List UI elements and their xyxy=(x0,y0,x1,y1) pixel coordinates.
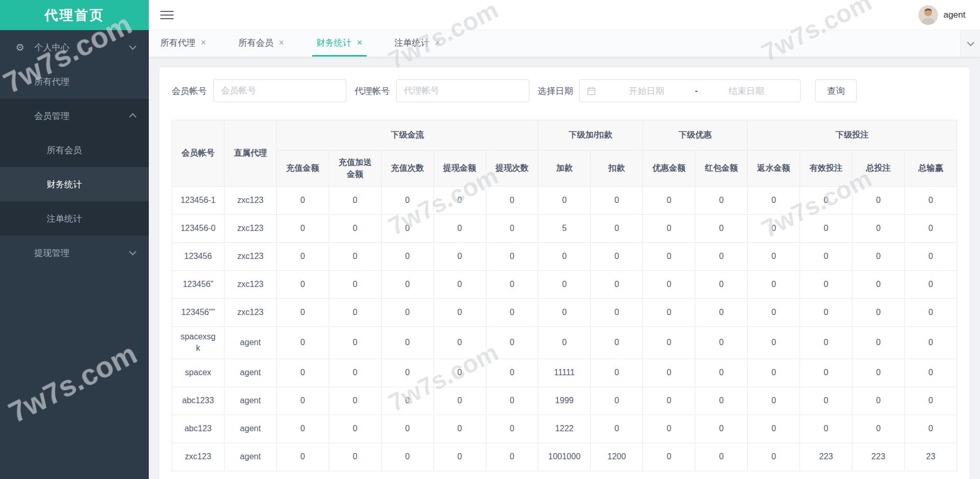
table-cell: 0 xyxy=(433,215,486,243)
table-cell: 0 xyxy=(486,243,538,271)
table-cell: 0 xyxy=(381,327,433,359)
app-root: 代理首页 ⚙ 个人中心 所有代理 会员管理 所有会员 财务统计 注单统计 xyxy=(0,0,980,479)
column-header: 直属代理 xyxy=(224,120,276,187)
tab-financial-stats[interactable]: 财务统计 × xyxy=(312,30,367,57)
table-cell: 0 xyxy=(643,299,695,327)
table-cell: 0 xyxy=(904,299,957,327)
table-cell: 0 xyxy=(852,387,904,415)
table-cell: 0 xyxy=(486,215,538,243)
calendar-icon xyxy=(587,87,596,95)
gear-icon: ⚙ xyxy=(16,42,24,53)
sidebar-item-label: 所有代理 xyxy=(34,76,69,88)
table-cell: 0 xyxy=(381,215,433,243)
sidebar-item-bet-stats[interactable]: 注单统计 xyxy=(0,201,149,236)
table-cell: 0 xyxy=(695,387,748,415)
table-cell: 0 xyxy=(695,215,748,243)
sidebar-item-all-agents[interactable]: 所有代理 xyxy=(0,64,149,99)
table-cell: zxc123 xyxy=(224,271,276,299)
table-cell: 0 xyxy=(329,359,381,387)
table-cell: 0 xyxy=(486,387,538,415)
table-cell: 0 xyxy=(591,243,643,271)
search-button[interactable]: 查询 xyxy=(815,79,857,102)
table-cell: 0 xyxy=(852,271,904,299)
column-header: 提现次数 xyxy=(486,150,538,187)
tab-all-members[interactable]: 所有会员 × xyxy=(234,30,289,57)
agent-account-input[interactable] xyxy=(396,79,529,102)
column-header: 有效投注 xyxy=(800,150,852,187)
table-cell: 0 xyxy=(643,387,695,415)
table-cell: 0 xyxy=(748,187,800,215)
column-group-header: 下级优惠 xyxy=(643,120,748,150)
table-cell: 0 xyxy=(748,443,800,471)
hamburger-menu-icon[interactable] xyxy=(160,8,174,22)
column-header: 红包金额 xyxy=(695,150,748,187)
table-cell: 0 xyxy=(433,359,486,387)
column-header: 加款 xyxy=(538,150,591,187)
tab-list-dropdown[interactable] xyxy=(960,30,980,57)
sidebar-item-label: 会员管理 xyxy=(34,110,69,122)
sidebar-item-label: 所有会员 xyxy=(47,144,82,156)
table-cell: 0 xyxy=(538,243,591,271)
close-icon[interactable]: × xyxy=(357,38,362,47)
close-icon[interactable]: × xyxy=(279,38,285,47)
table-cell: 0 xyxy=(381,187,433,215)
close-icon[interactable]: × xyxy=(435,38,441,47)
table-cell: 0 xyxy=(643,443,695,471)
table-cell: 0 xyxy=(329,443,381,471)
table-cell: 0 xyxy=(486,415,538,443)
top-header: agent xyxy=(149,0,980,30)
table-cell: 0 xyxy=(748,271,800,299)
avatar[interactable] xyxy=(918,5,938,25)
table-cell: 0 xyxy=(852,187,904,215)
sidebar-item-financial-stats[interactable]: 财务统计 xyxy=(0,167,149,201)
table-cell: 0 xyxy=(643,359,695,387)
member-account-input[interactable] xyxy=(213,79,346,102)
table-row: spacexsgkagent0000000000000 xyxy=(172,327,957,359)
username: agent xyxy=(943,10,965,20)
table-cell: 0 xyxy=(486,443,538,471)
table-cell: 0 xyxy=(329,299,381,327)
table-cell: 0 xyxy=(486,359,538,387)
table-cell: 0 xyxy=(800,187,852,215)
table-cell: zxc123 xyxy=(224,187,276,215)
column-header: 充值金额 xyxy=(276,150,329,187)
sidebar-item-member-management[interactable]: 会员管理 xyxy=(0,99,149,133)
table-cell: 0 xyxy=(643,271,695,299)
sidebar-item-label: 个人中心 xyxy=(34,42,69,53)
table-cell: 0 xyxy=(800,215,852,243)
table-cell: 0 xyxy=(643,243,695,271)
table-cell: zxc123 xyxy=(224,215,276,243)
app-title: 代理首页 xyxy=(0,0,149,30)
filter-bar: 会员帐号 代理帐号 选择日期 xyxy=(172,79,957,102)
tab-all-agents[interactable]: 所有代理 × xyxy=(156,30,211,57)
sidebar-item-withdrawal-management[interactable]: 提现管理 xyxy=(0,236,149,270)
column-header: 扣款 xyxy=(591,150,643,187)
table-cell: abc123 xyxy=(172,415,225,443)
table-cell: 0 xyxy=(643,187,695,215)
column-header: 总输赢 xyxy=(904,150,957,187)
tab-bet-stats[interactable]: 注单统计 × xyxy=(390,30,445,57)
table-row: 123456""zxc1230000000000000 xyxy=(172,299,957,327)
table-cell: 1200 xyxy=(591,443,643,471)
table-cell: 0 xyxy=(276,443,329,471)
finance-stats-table: 会员帐号 直属代理 下级金流 下级加/扣款 下级优惠 下级投注 充值金额充值加送… xyxy=(172,120,957,471)
sidebar-item-personal-center[interactable]: ⚙ 个人中心 xyxy=(0,30,149,64)
table-cell: 0 xyxy=(748,327,800,359)
main-area: agent 所有代理 × 所有会员 × 财务统计 × 注单统计 × xyxy=(149,0,980,479)
table-cell: 0 xyxy=(538,327,591,359)
date-start-placeholder: 开始日期 xyxy=(600,85,693,97)
sidebar-item-label: 财务统计 xyxy=(47,179,82,190)
date-range-picker[interactable]: 开始日期 - 结束日期 xyxy=(579,79,801,102)
close-icon[interactable]: × xyxy=(201,38,206,47)
table-cell: 123456-1 xyxy=(172,187,225,215)
table-cell: 5 xyxy=(538,215,591,243)
table-cell: 0 xyxy=(800,415,852,443)
table-cell: 0 xyxy=(904,387,957,415)
column-header: 充值加送金额 xyxy=(329,150,381,187)
table-cell: 0 xyxy=(800,387,852,415)
table-cell: 0 xyxy=(433,187,486,215)
sidebar-item-all-members[interactable]: 所有会员 xyxy=(0,133,149,167)
user-menu[interactable]: agent xyxy=(918,5,965,25)
table-cell: 1999 xyxy=(538,387,591,415)
table-cell: 0 xyxy=(591,271,643,299)
